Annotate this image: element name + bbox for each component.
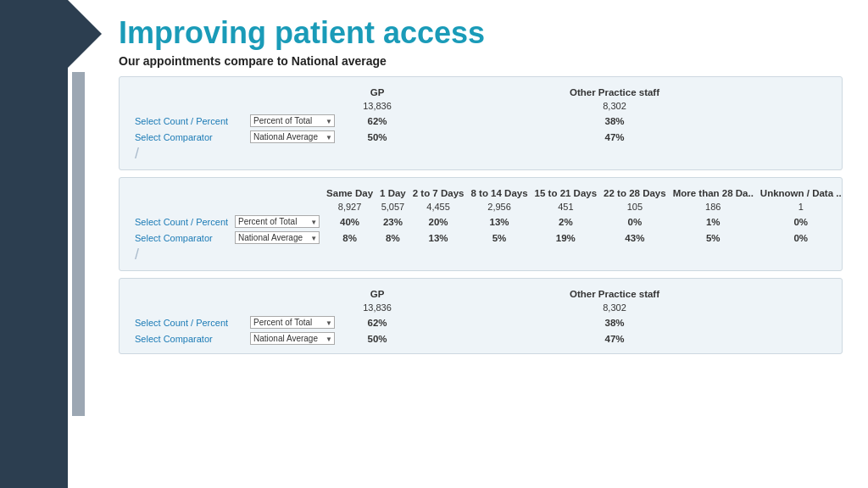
col-other-staff: Other Practice staff [564, 86, 665, 99]
other-percent-p1: 38% [564, 113, 665, 129]
cmp-2-7: 13% [409, 230, 468, 246]
other-comparator-p1: 47% [564, 129, 665, 145]
other-count: 8,302 [564, 99, 665, 113]
count-8-14: 2,956 [467, 200, 531, 214]
count-more-28: 186 [670, 200, 757, 214]
gp-percent-p3: 62% [343, 314, 411, 330]
count-15-21: 451 [531, 200, 601, 214]
page-title: Improving patient access [119, 15, 843, 51]
count-22-28: 105 [600, 200, 670, 214]
panel-gp-staff: GP Other Practice staff 13,836 8,302 [119, 76, 843, 170]
select-count-p1[interactable]: Percent of Total ▼ [250, 114, 335, 127]
other-percent-p3: 38% [564, 314, 665, 330]
cmp-15-21: 19% [531, 230, 601, 246]
cmp-more-28: 5% [670, 230, 757, 246]
cmp-22-28: 43% [600, 230, 670, 246]
count-1-day: 5,057 [376, 200, 409, 214]
pct-same-day: 40% [323, 214, 376, 230]
pct-22-28: 0% [600, 214, 670, 230]
pct-unknown: 0% [757, 214, 845, 230]
panel-gp-staff-2: GP Other Practice staff 13,836 8,302 [119, 278, 843, 354]
cmp-same-day: 8% [323, 230, 376, 246]
select-comparator-label-p2: Select Comparator [131, 230, 231, 246]
select-comparator-label-p1: Select Comparator [131, 129, 242, 145]
cmp-1-day: 8% [376, 230, 409, 246]
cmp-8-14: 5% [467, 230, 531, 246]
select-count-label-p2: Select Count / Percent [131, 214, 231, 230]
panel-days: Same Day 1 Day 2 to 7 Days 8 to 14 Days … [119, 177, 843, 271]
count-same-day: 8,927 [323, 200, 376, 214]
pct-2-7: 20% [409, 214, 468, 230]
col-unknown: Unknown / Data .. [757, 186, 845, 200]
select-comparator-p2[interactable]: National Average ▼ [235, 231, 320, 244]
pct-1-day: 23% [376, 214, 409, 230]
gp-percent-p1: 62% [343, 113, 411, 129]
select-comparator-p1[interactable]: National Average ▼ [250, 130, 335, 143]
slash-deco-1: / [135, 145, 139, 163]
col-gp-p3: GP [343, 287, 411, 301]
col-more-28: More than 28 Da.. [670, 186, 757, 200]
col-1-day: 1 Day [376, 186, 409, 200]
gp-comparator-p3: 50% [343, 330, 411, 347]
pct-more-28: 1% [670, 214, 757, 230]
count-unknown: 1 [757, 200, 845, 214]
select-comparator-label-p3: Select Comparator [131, 330, 242, 347]
col-gp: GP [343, 86, 411, 99]
page-subtitle: Our appointments compare to National ave… [119, 54, 843, 68]
select-count-label-p1: Select Count / Percent [131, 113, 242, 129]
gp-count: 13,836 [343, 99, 411, 113]
other-comparator-p3: 47% [564, 330, 665, 347]
select-count-p2[interactable]: Percent of Total ▼ [235, 215, 320, 228]
col-22-28-days: 22 to 28 Days [600, 186, 670, 200]
other-count-p3: 8,302 [564, 301, 665, 314]
select-comparator-p3[interactable]: National Average ▼ [250, 332, 335, 345]
pct-8-14: 13% [467, 214, 531, 230]
gp-comparator-p1: 50% [343, 129, 411, 145]
col-same-day: Same Day [323, 186, 376, 200]
col-15-21-days: 15 to 21 Days [531, 186, 601, 200]
select-count-p3[interactable]: Percent of Total ▼ [250, 316, 335, 329]
pct-15-21: 2% [531, 214, 601, 230]
cmp-unknown: 0% [757, 230, 845, 246]
col-other-staff-p3: Other Practice staff [564, 287, 665, 301]
gp-count-p3: 13,836 [343, 301, 411, 314]
col-8-14-days: 8 to 14 Days [467, 186, 531, 200]
col-2-7-days: 2 to 7 Days [409, 186, 468, 200]
slash-deco-2: / [135, 246, 139, 263]
count-2-7: 4,455 [409, 200, 468, 214]
select-count-label-p3: Select Count / Percent [131, 314, 242, 330]
